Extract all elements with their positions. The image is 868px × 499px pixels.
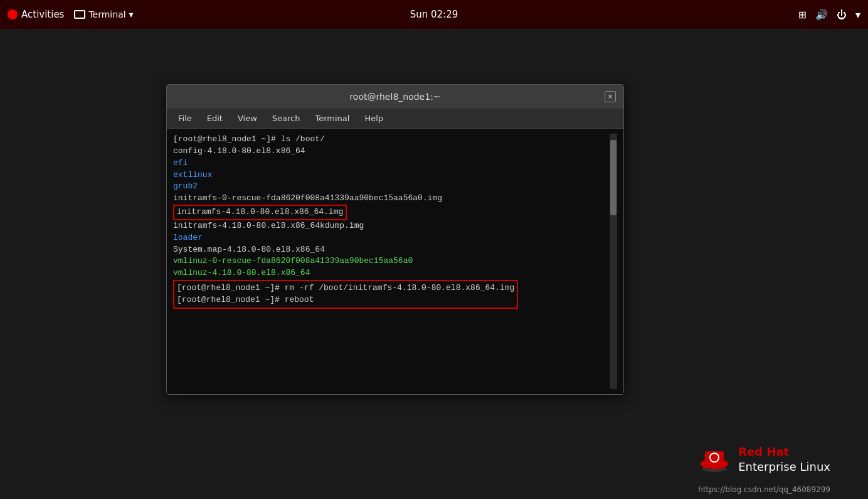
activities-button[interactable]: Activities: [8, 9, 64, 20]
term-line: [root@rhel8_node1 ~]# rm -rf /boot/initr…: [177, 282, 514, 294]
svg-point-5: [711, 454, 718, 461]
activities-label: Activities: [21, 9, 64, 20]
term-line: [root@rhel8_node1 ~]# reboot: [177, 294, 514, 306]
terminal-content: [root@rhel8_node1 ~]# ls /boot/ config-4…: [167, 129, 623, 394]
network-icon[interactable]: ⊞: [798, 9, 807, 21]
term-line: efi: [173, 158, 610, 169]
highlight-box-1: initramfs-4.18.0-80.el8.x86_64.img: [173, 205, 347, 220]
redhat-logo: Red Hat Enterprise Linux: [697, 444, 830, 474]
terminal-text: [root@rhel8_node1 ~]# ls /boot/ config-4…: [173, 134, 610, 389]
topbar-left: Activities Terminal ▾: [8, 9, 134, 20]
term-line: [root@rhel8_node1 ~]# ls /boot/: [173, 134, 610, 146]
term-line: vmlinuz-0-rescue-fda8620f008a41339aa90be…: [173, 255, 610, 267]
terminal-label: Terminal: [88, 9, 125, 19]
menu-help[interactable]: Help: [358, 111, 389, 126]
menu-bar: File Edit View Search Terminal Help: [167, 109, 623, 129]
close-button[interactable]: ×: [605, 91, 616, 102]
topbar: Activities Terminal ▾ Sun 02:29 ⊞ 🔊 ⏻ ▾: [0, 0, 868, 29]
power-icon[interactable]: ⏻: [837, 9, 847, 21]
topbar-clock: Sun 02:29: [410, 9, 458, 20]
term-line: initramfs-4.18.0-80.el8.x86_64kdump.img: [173, 220, 610, 232]
redhat-brand: Red Hat: [738, 445, 789, 458]
term-line: extlinux: [173, 169, 610, 181]
redhat-hat-icon: [697, 445, 732, 473]
topbar-right: ⊞ 🔊 ⏻ ▾: [798, 9, 860, 21]
close-icon: ×: [608, 92, 612, 101]
menu-file[interactable]: File: [172, 111, 198, 126]
term-line: config-4.18.0-80.el8.x86_64: [173, 146, 610, 158]
redhat-text: Red Hat Enterprise Linux: [738, 444, 830, 474]
rhel-dot-icon: [8, 9, 18, 19]
terminal-window: root@rhel8_node1:~ × File Edit View Sear…: [166, 84, 624, 395]
url-text: https://blog.csdn.net/qq_46089299: [698, 485, 830, 494]
menu-view[interactable]: View: [231, 111, 263, 126]
scrollbar-thumb[interactable]: [610, 140, 617, 215]
chevron-down-icon[interactable]: ▾: [855, 9, 860, 21]
menu-search[interactable]: Search: [266, 111, 307, 126]
term-line: grub2: [173, 181, 610, 193]
redhat-product: Enterprise Linux: [738, 459, 830, 474]
window-title: root@rhel8_node1:~: [186, 92, 605, 102]
url-bar: https://blog.csdn.net/qq_46089299: [698, 485, 830, 494]
desktop: root@rhel8_node1:~ × File Edit View Sear…: [0, 29, 868, 499]
term-line: loader: [173, 232, 610, 244]
term-line: initramfs-0-rescue-fda8620f008a41339aa90…: [173, 193, 610, 205]
clock-display: Sun 02:29: [410, 9, 458, 20]
terminal-menu[interactable]: Terminal ▾: [74, 9, 133, 19]
term-line: System.map-4.18.0-80.el8.x86_64: [173, 244, 610, 256]
highlight-box-2: [root@rhel8_node1 ~]# rm -rf /boot/initr…: [173, 280, 518, 309]
term-line-highlighted: initramfs-4.18.0-80.el8.x86_64.img: [173, 205, 610, 220]
title-bar: root@rhel8_node1:~ ×: [167, 85, 623, 109]
terminal-icon: [74, 10, 85, 19]
term-line: vmlinuz-4.18.0-80.el8.x86_64: [173, 267, 610, 279]
chevron-down-icon: ▾: [129, 9, 134, 19]
scrollbar[interactable]: [610, 134, 617, 389]
menu-edit[interactable]: Edit: [201, 111, 229, 126]
menu-terminal[interactable]: Terminal: [309, 111, 356, 126]
volume-icon[interactable]: 🔊: [815, 9, 828, 21]
